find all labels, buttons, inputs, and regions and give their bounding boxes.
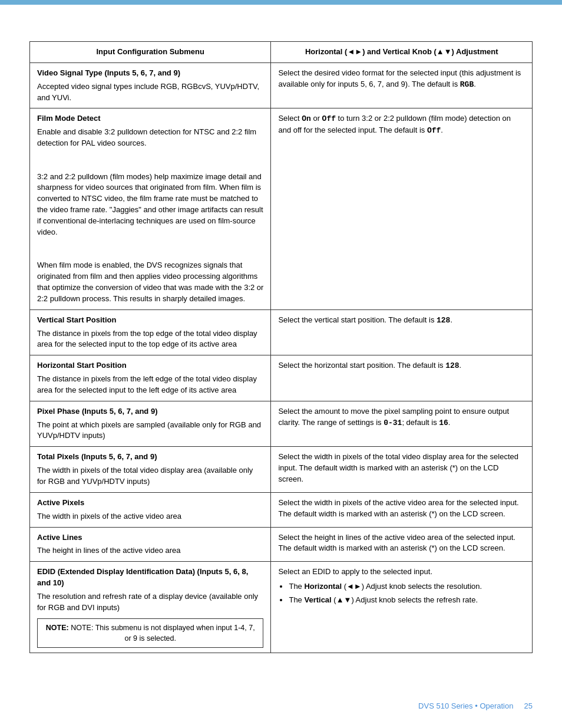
row-title: Film Mode Detect: [37, 113, 263, 124]
row-right-video-signal: Select the desired video format for the …: [271, 62, 533, 108]
row-left-active-pixels: Active Pixels The width in pixels of the…: [30, 492, 271, 527]
code-rgb: RGB: [460, 80, 474, 89]
note-label: NOTE:: [46, 624, 69, 632]
edid-bullet-list: The Horizontal (◄►) Adjust knob selects …: [278, 581, 525, 606]
row-title: Active Pixels: [37, 498, 263, 509]
row-title: Total Pixels (Inputs 5, 6, 7, and 9): [37, 452, 263, 463]
row-desc: The resolution and refresh rate of a dis…: [37, 591, 263, 614]
list-item: The Horizontal (◄►) Adjust knob selects …: [289, 581, 525, 592]
row-desc: Accepted video signal types include RGB,…: [37, 81, 263, 104]
footer: DVS 510 Series • Operation 25: [29, 701, 533, 710]
edid-intro: Select an EDID to apply to the selected …: [278, 567, 432, 576]
code-range: 0-31: [384, 419, 402, 427]
row-desc: Enable and disable 3:2 pulldown detectio…: [37, 127, 263, 149]
header-left: Input Configuration Submenu: [30, 42, 271, 63]
row-right-vertical-start: Select the vertical start position. The …: [271, 309, 533, 355]
row-desc: The width in pixels of the active video …: [37, 511, 263, 522]
table-row: Total Pixels (Inputs 5, 6, 7, and 9) The…: [30, 447, 533, 493]
footer-page-number: 25: [524, 701, 533, 710]
table-row: Active Pixels The width in pixels of the…: [30, 492, 533, 527]
row-title: Active Lines: [37, 532, 263, 543]
table-row: Active Lines The height in lines of the …: [30, 527, 533, 562]
row-right-film-mode: Select On or Off to turn 3:2 or 2:2 pull…: [271, 108, 533, 309]
row-left-vertical-start: Vertical Start Position The distance in …: [30, 309, 271, 355]
row-left-active-lines: Active Lines The height in lines of the …: [30, 527, 271, 562]
code-default: 16: [439, 419, 448, 427]
table-row: Film Mode Detect Enable and disable 3:2 …: [30, 108, 533, 309]
row-desc: The distance in pixels from the top edge…: [37, 328, 263, 351]
table-row: Horizontal Start Position The distance i…: [30, 355, 533, 401]
bold-vertical: Vertical: [304, 595, 331, 604]
row-desc: The width in pixels of the total video d…: [37, 465, 263, 487]
footer-text: DVS 510 Series • Operation 25: [418, 701, 533, 710]
table-row: Video Signal Type (Inputs 5, 6, 7, and 9…: [30, 62, 533, 108]
note-box: NOTE: NOTE: This submenu is not displaye…: [37, 618, 263, 648]
list-item: The Vertical (▲▼) Adjust knob selects th…: [289, 595, 525, 606]
row-left-pixel-phase: Pixel Phase (Inputs 5, 6, 7, and 9) The …: [30, 401, 271, 447]
row-desc-2: 3:2 and 2:2 pulldown (film modes) help m…: [37, 172, 263, 238]
row-left-video-signal: Video Signal Type (Inputs 5, 6, 7, and 9…: [30, 62, 271, 108]
code-off2: Off: [427, 126, 441, 135]
code-128h: 128: [445, 361, 459, 370]
row-title: Vertical Start Position: [37, 315, 263, 326]
bold-horizontal: Horizontal: [304, 582, 342, 591]
table-row: EDID (Extended Display Identification Da…: [30, 562, 533, 653]
row-title: EDID (Extended Display Identification Da…: [37, 566, 263, 589]
row-right-pixel-phase: Select the amount to move the pixel samp…: [271, 401, 533, 447]
row-title: Pixel Phase (Inputs 5, 6, 7, and 9): [37, 406, 263, 417]
row-title: Video Signal Type (Inputs 5, 6, 7, and 9…: [37, 68, 263, 79]
row-right-edid: Select an EDID to apply to the selected …: [271, 562, 533, 653]
row-right-total-pixels: Select the width in pixels of the total …: [271, 447, 533, 493]
footer-series: DVS 510 Series: [418, 701, 473, 710]
code-on: On: [302, 114, 311, 123]
note-text: NOTE: This submenu is not displayed when…: [71, 624, 254, 643]
footer-section: Operation: [480, 701, 513, 710]
table-row: Vertical Start Position The distance in …: [30, 309, 533, 355]
table-row: Pixel Phase (Inputs 5, 6, 7, and 9) The …: [30, 401, 533, 447]
row-left-total-pixels: Total Pixels (Inputs 5, 6, 7, and 9) The…: [30, 447, 271, 493]
row-left-edid: EDID (Extended Display Identification Da…: [30, 562, 271, 653]
code-128: 128: [437, 316, 450, 325]
main-table: Input Configuration Submenu Horizontal (…: [29, 41, 533, 653]
row-desc: The distance in pixels from the left edg…: [37, 374, 263, 396]
row-right-active-lines: Select the height in lines of the active…: [271, 527, 533, 562]
row-title: Horizontal Start Position: [37, 360, 263, 371]
row-right-active-pixels: Select the width in pixels of the active…: [271, 492, 533, 527]
row-left-film-mode: Film Mode Detect Enable and disable 3:2 …: [30, 108, 271, 309]
top-bar: [0, 0, 562, 5]
page: Input Configuration Submenu Horizontal (…: [0, 0, 562, 728]
row-desc: The height in lines of the active video …: [37, 545, 263, 556]
row-right-horizontal-start: Select the horizontal start position. Th…: [271, 355, 533, 401]
row-left-horizontal-start: Horizontal Start Position The distance i…: [30, 355, 271, 401]
header-right: Horizontal (◄►) and Vertical Knob (▲▼) A…: [271, 42, 533, 63]
row-desc-3: When film mode is enabled, the DVS recog…: [37, 260, 263, 304]
code-off: Off: [322, 114, 336, 123]
row-desc: The point at which pixels are sampled (a…: [37, 420, 263, 442]
